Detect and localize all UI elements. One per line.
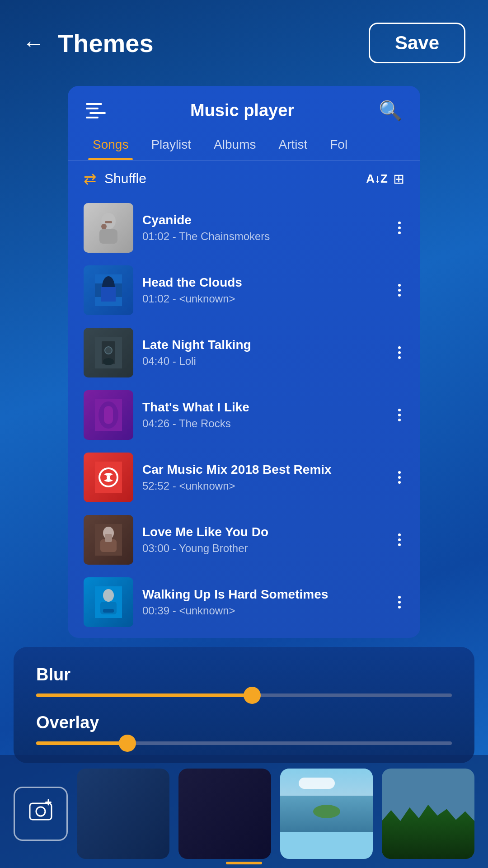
song-thumbnail (84, 453, 133, 502)
more-options-button[interactable] (394, 343, 404, 363)
shuffle-row: ⇄ Shuffle A↓Z ⊞ (68, 160, 420, 197)
song-name: Love Me Like You Do (142, 525, 385, 539)
add-photo-button[interactable] (14, 787, 68, 841)
song-item[interactable]: Late Night Talking 04:40 - Loli (77, 321, 411, 384)
song-info: Love Me Like You Do 03:00 - Young Brothe… (142, 525, 385, 555)
overlay-slider-fill (36, 741, 127, 745)
dot (398, 533, 401, 536)
song-meta: 04:40 - Loli (142, 355, 385, 368)
song-item[interactable]: Cyanide 01:02 - The Chainsmokers (77, 197, 411, 259)
song-thumbnail (84, 515, 133, 565)
sort-icons: A↓Z ⊞ (366, 171, 404, 187)
dot (398, 294, 401, 297)
player-card: Music player 🔍 Songs Playlist Albums Art… (68, 86, 420, 638)
menu-line-3 (89, 112, 106, 114)
dot (398, 471, 401, 474)
song-name: That's What I Like (142, 400, 385, 415)
menu-icon[interactable] (86, 103, 106, 118)
dot (398, 222, 401, 224)
svg-rect-14 (104, 406, 113, 424)
svg-rect-1 (99, 229, 117, 244)
add-photo-icon (28, 799, 53, 829)
shuffle-left: ⇄ Shuffle (84, 170, 146, 188)
song-meta: 01:02 - <unknown> (142, 292, 385, 305)
header: ← Themes Save (0, 0, 488, 77)
song-meta: 03:00 - Young Brother (142, 542, 385, 555)
dot (398, 231, 401, 234)
song-item[interactable]: Head the Clouds 01:02 - <unknown> (77, 259, 411, 321)
blur-slider-track[interactable] (36, 693, 452, 697)
more-options-button[interactable] (394, 218, 404, 238)
menu-line-4 (86, 117, 99, 118)
player-header: Music player 🔍 (68, 86, 420, 131)
song-item[interactable]: Car Music Mix 2018 Best Remix 52:52 - <u… (77, 446, 411, 509)
dot (398, 543, 401, 546)
blur-section: Blur (36, 665, 452, 697)
more-options-button[interactable] (394, 405, 404, 425)
back-button[interactable]: ← (23, 31, 44, 56)
dot (398, 419, 401, 421)
song-info: Walking Up Is Hard Sometimes 00:39 - <un… (142, 587, 385, 617)
blur-label: Blur (36, 665, 452, 684)
search-icon[interactable]: 🔍 (379, 99, 402, 122)
tab-artist[interactable]: Artist (267, 131, 319, 160)
song-info: Car Music Mix 2018 Best Remix 52:52 - <u… (142, 462, 385, 492)
dot (398, 351, 401, 354)
grid-view-icon[interactable]: ⊞ (393, 171, 404, 187)
dot (398, 289, 401, 292)
svg-point-11 (105, 347, 112, 354)
theme-thumbnail-2[interactable] (178, 769, 271, 859)
theme-thumbnail-3[interactable] (280, 769, 373, 859)
tab-folder[interactable]: Fol (319, 131, 359, 160)
song-info: Head the Clouds 01:02 - <unknown> (142, 275, 385, 305)
song-meta: 01:02 - The Chainsmokers (142, 230, 385, 243)
tab-playlist[interactable]: Playlist (140, 131, 202, 160)
dot (398, 606, 401, 609)
tabs-bar: Songs Playlist Albums Artist Fol (68, 131, 420, 160)
dot (398, 414, 401, 416)
svg-rect-21 (105, 534, 112, 542)
dot (398, 596, 401, 599)
overlay-slider-track[interactable] (36, 741, 452, 745)
more-options-button[interactable] (394, 592, 404, 612)
song-item[interactable]: That's What I Like 04:26 - The Rocks (77, 384, 411, 446)
tab-songs[interactable]: Songs (81, 131, 140, 160)
overlay-label: Overlay (36, 713, 452, 732)
dot (398, 226, 401, 229)
more-options-button[interactable] (394, 530, 404, 550)
song-thumbnail (84, 577, 133, 627)
svg-point-2 (101, 224, 107, 229)
shuffle-icon[interactable]: ⇄ (84, 170, 96, 188)
song-item[interactable]: Walking Up Is Hard Sometimes 00:39 - <un… (77, 571, 411, 633)
song-name: Cyanide (142, 213, 385, 227)
sort-az-icon[interactable]: A↓Z (366, 172, 388, 186)
svg-rect-3 (105, 221, 112, 223)
song-info: That's What I Like 04:26 - The Rocks (142, 400, 385, 430)
dot (398, 284, 401, 287)
tab-albums[interactable]: Albums (202, 131, 267, 160)
theme-thumbnail-4[interactable] (382, 769, 474, 859)
overlay-slider-thumb[interactable] (119, 735, 136, 752)
song-name: Late Night Talking (142, 338, 385, 352)
song-info: Cyanide 01:02 - The Chainsmokers (142, 213, 385, 243)
theme-thumbnail-1[interactable] (77, 769, 169, 859)
player-title: Music player (190, 101, 294, 120)
save-button[interactable]: Save (369, 23, 465, 63)
clouds (299, 778, 335, 789)
nature-island (313, 805, 340, 818)
blur-slider-fill (36, 693, 252, 697)
song-item[interactable]: Love Me Like You Do 03:00 - Young Brothe… (77, 509, 411, 571)
svg-point-27 (36, 807, 45, 816)
more-options-button[interactable] (394, 280, 404, 300)
menu-line-2 (86, 108, 99, 109)
blur-slider-thumb[interactable] (244, 687, 261, 704)
dot (398, 601, 401, 604)
song-meta: 00:39 - <unknown> (142, 604, 385, 617)
bottom-thumbnails (0, 755, 488, 868)
dot (398, 476, 401, 479)
dot (398, 409, 401, 411)
menu-line-1 (86, 103, 102, 105)
dot (398, 346, 401, 349)
more-options-button[interactable] (394, 467, 404, 487)
dot (398, 356, 401, 359)
